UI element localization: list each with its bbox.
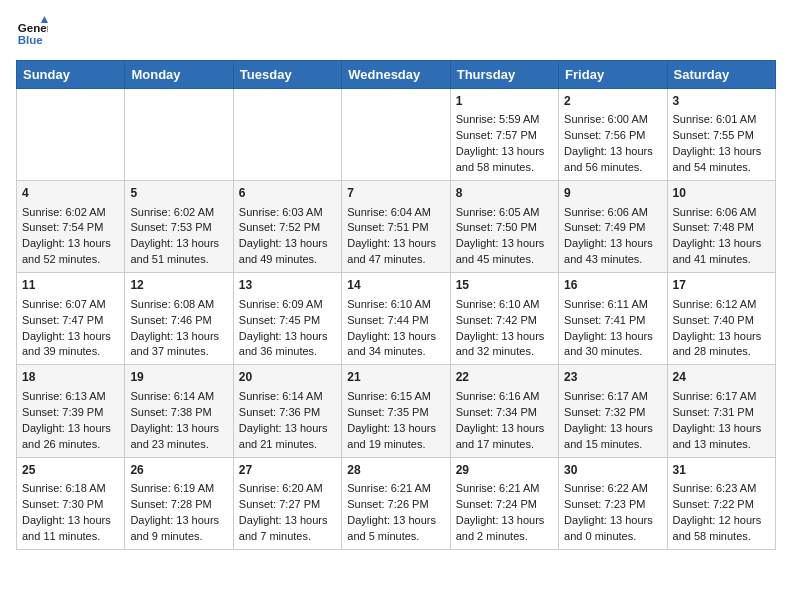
day-info: Sunset: 7:22 PM: [673, 497, 770, 513]
day-info: Daylight: 13 hours: [456, 421, 553, 437]
day-info: and 45 minutes.: [456, 252, 553, 268]
day-info: Sunset: 7:44 PM: [347, 313, 444, 329]
day-info: Sunrise: 6:08 AM: [130, 297, 227, 313]
day-number: 4: [22, 185, 119, 202]
weekday-header: Monday: [125, 61, 233, 89]
day-number: 22: [456, 369, 553, 386]
day-info: and 34 minutes.: [347, 344, 444, 360]
day-info: and 0 minutes.: [564, 529, 661, 545]
calendar-cell: 15Sunrise: 6:10 AMSunset: 7:42 PMDayligh…: [450, 273, 558, 365]
day-info: and 19 minutes.: [347, 437, 444, 453]
day-number: 6: [239, 185, 336, 202]
day-info: and 47 minutes.: [347, 252, 444, 268]
day-info: Daylight: 13 hours: [239, 236, 336, 252]
day-info: Sunrise: 6:15 AM: [347, 389, 444, 405]
calendar-cell: 6Sunrise: 6:03 AMSunset: 7:52 PMDaylight…: [233, 181, 341, 273]
day-number: 5: [130, 185, 227, 202]
day-number: 28: [347, 462, 444, 479]
day-number: 21: [347, 369, 444, 386]
day-info: Sunrise: 6:21 AM: [347, 481, 444, 497]
day-info: and 30 minutes.: [564, 344, 661, 360]
day-number: 14: [347, 277, 444, 294]
calendar-cell: 21Sunrise: 6:15 AMSunset: 7:35 PMDayligh…: [342, 365, 450, 457]
day-info: and 5 minutes.: [347, 529, 444, 545]
day-info: Sunrise: 6:14 AM: [130, 389, 227, 405]
calendar-header: SundayMondayTuesdayWednesdayThursdayFrid…: [17, 61, 776, 89]
day-info: Sunrise: 6:20 AM: [239, 481, 336, 497]
day-info: Daylight: 13 hours: [456, 236, 553, 252]
calendar-cell: 12Sunrise: 6:08 AMSunset: 7:46 PMDayligh…: [125, 273, 233, 365]
day-info: Sunset: 7:31 PM: [673, 405, 770, 421]
day-info: Daylight: 13 hours: [347, 329, 444, 345]
day-number: 23: [564, 369, 661, 386]
day-number: 18: [22, 369, 119, 386]
day-number: 1: [456, 93, 553, 110]
day-info: Sunset: 7:34 PM: [456, 405, 553, 421]
day-number: 25: [22, 462, 119, 479]
day-number: 3: [673, 93, 770, 110]
day-number: 27: [239, 462, 336, 479]
calendar-cell: 16Sunrise: 6:11 AMSunset: 7:41 PMDayligh…: [559, 273, 667, 365]
day-number: 17: [673, 277, 770, 294]
calendar-week-row: 25Sunrise: 6:18 AMSunset: 7:30 PMDayligh…: [17, 457, 776, 549]
day-info: Sunset: 7:57 PM: [456, 128, 553, 144]
day-number: 9: [564, 185, 661, 202]
calendar-cell: 11Sunrise: 6:07 AMSunset: 7:47 PMDayligh…: [17, 273, 125, 365]
day-info: Daylight: 13 hours: [22, 329, 119, 345]
weekday-header: Tuesday: [233, 61, 341, 89]
day-info: and 58 minutes.: [456, 160, 553, 176]
day-info: Sunrise: 6:13 AM: [22, 389, 119, 405]
day-info: Sunrise: 6:10 AM: [456, 297, 553, 313]
calendar-cell: 14Sunrise: 6:10 AMSunset: 7:44 PMDayligh…: [342, 273, 450, 365]
day-info: Sunrise: 6:00 AM: [564, 112, 661, 128]
day-info: Sunset: 7:38 PM: [130, 405, 227, 421]
day-info: Sunrise: 6:19 AM: [130, 481, 227, 497]
day-info: and 36 minutes.: [239, 344, 336, 360]
day-number: 11: [22, 277, 119, 294]
day-info: Daylight: 12 hours: [673, 513, 770, 529]
day-info: and 51 minutes.: [130, 252, 227, 268]
day-number: 24: [673, 369, 770, 386]
day-info: Sunrise: 6:23 AM: [673, 481, 770, 497]
logo: General Blue: [16, 16, 48, 48]
day-info: and 56 minutes.: [564, 160, 661, 176]
day-info: Daylight: 13 hours: [564, 329, 661, 345]
day-info: Sunrise: 6:03 AM: [239, 205, 336, 221]
day-number: 15: [456, 277, 553, 294]
calendar-cell: 18Sunrise: 6:13 AMSunset: 7:39 PMDayligh…: [17, 365, 125, 457]
day-info: and 11 minutes.: [22, 529, 119, 545]
day-info: and 17 minutes.: [456, 437, 553, 453]
logo-icon: General Blue: [16, 16, 48, 48]
calendar-cell: 2Sunrise: 6:00 AMSunset: 7:56 PMDaylight…: [559, 89, 667, 181]
day-info: and 23 minutes.: [130, 437, 227, 453]
day-info: Daylight: 13 hours: [564, 236, 661, 252]
day-info: and 7 minutes.: [239, 529, 336, 545]
day-number: 26: [130, 462, 227, 479]
calendar-week-row: 18Sunrise: 6:13 AMSunset: 7:39 PMDayligh…: [17, 365, 776, 457]
calendar-cell: 26Sunrise: 6:19 AMSunset: 7:28 PMDayligh…: [125, 457, 233, 549]
calendar-cell: [233, 89, 341, 181]
calendar-cell: 27Sunrise: 6:20 AMSunset: 7:27 PMDayligh…: [233, 457, 341, 549]
day-info: Daylight: 13 hours: [130, 421, 227, 437]
day-number: 16: [564, 277, 661, 294]
day-info: Sunrise: 6:16 AM: [456, 389, 553, 405]
day-info: Sunrise: 6:05 AM: [456, 205, 553, 221]
day-info: Sunrise: 6:21 AM: [456, 481, 553, 497]
day-info: Sunset: 7:50 PM: [456, 220, 553, 236]
day-info: Sunset: 7:30 PM: [22, 497, 119, 513]
day-info: Daylight: 13 hours: [347, 421, 444, 437]
day-number: 7: [347, 185, 444, 202]
day-info: Sunset: 7:35 PM: [347, 405, 444, 421]
day-info: Daylight: 13 hours: [130, 329, 227, 345]
day-info: Sunset: 7:47 PM: [22, 313, 119, 329]
svg-marker-2: [41, 16, 48, 23]
day-number: 20: [239, 369, 336, 386]
day-number: 2: [564, 93, 661, 110]
calendar-cell: 19Sunrise: 6:14 AMSunset: 7:38 PMDayligh…: [125, 365, 233, 457]
weekday-header: Saturday: [667, 61, 775, 89]
day-info: and 28 minutes.: [673, 344, 770, 360]
day-info: Sunrise: 6:11 AM: [564, 297, 661, 313]
day-info: Daylight: 13 hours: [239, 513, 336, 529]
day-info: Sunset: 7:28 PM: [130, 497, 227, 513]
calendar-cell: 4Sunrise: 6:02 AMSunset: 7:54 PMDaylight…: [17, 181, 125, 273]
